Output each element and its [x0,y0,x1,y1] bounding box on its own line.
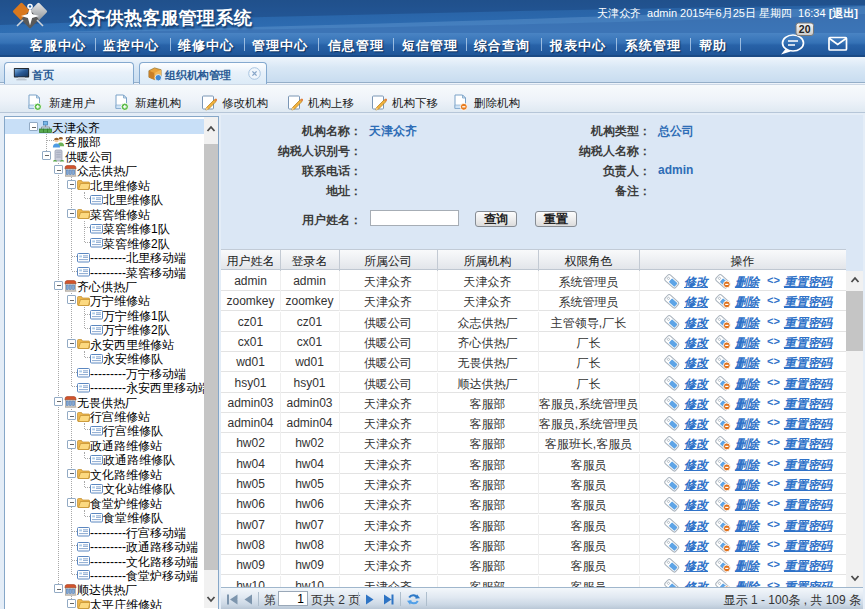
svg-text:20: 20 [799,23,811,35]
